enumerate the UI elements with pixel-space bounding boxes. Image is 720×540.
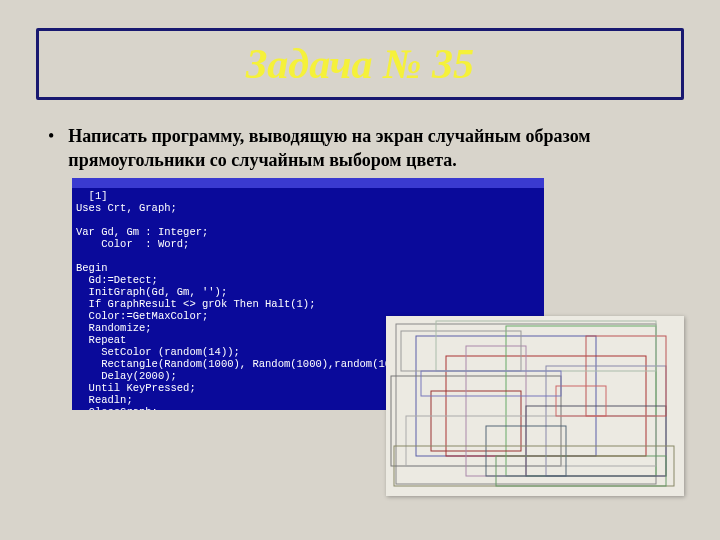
task-description: • Написать программу, выводящую на экран… xyxy=(48,124,678,172)
title-box: Задача № 35 xyxy=(36,28,684,100)
bullet-icon: • xyxy=(48,124,54,172)
output-screenshot xyxy=(386,316,684,496)
task-text: Написать программу, выводящую на экран с… xyxy=(68,124,678,172)
slide-title: Задача № 35 xyxy=(246,40,474,88)
rectangles-illustration xyxy=(386,316,684,496)
